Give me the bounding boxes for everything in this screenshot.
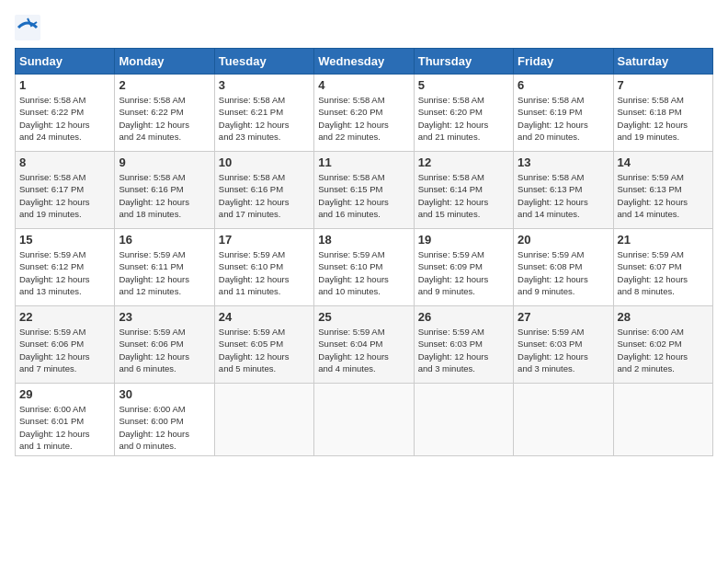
logo-icon xyxy=(15,15,40,40)
calendar-cell: 2Sunrise: 5:58 AMSunset: 6:22 PMDaylight… xyxy=(115,75,214,152)
cell-content: Sunrise: 5:59 AMSunset: 6:07 PMDaylight:… xyxy=(618,248,709,297)
cell-content: Sunrise: 5:58 AMSunset: 6:16 PMDaylight:… xyxy=(119,171,210,220)
calendar-cell: 5Sunrise: 5:58 AMSunset: 6:20 PMDaylight… xyxy=(414,75,513,152)
day-number: 11 xyxy=(318,155,409,169)
calendar-cell xyxy=(514,384,613,456)
cell-content: Sunrise: 5:58 AMSunset: 6:19 PMDaylight:… xyxy=(518,94,609,143)
cell-content: Sunrise: 5:59 AMSunset: 6:12 PMDaylight:… xyxy=(19,248,110,297)
calendar-cell: 24Sunrise: 5:59 AMSunset: 6:05 PMDayligh… xyxy=(214,306,313,384)
cell-content: Sunrise: 5:58 AMSunset: 6:13 PMDaylight:… xyxy=(518,171,609,220)
cell-content: Sunrise: 5:59 AMSunset: 6:05 PMDaylight:… xyxy=(219,326,310,374)
calendar-cell: 3Sunrise: 5:58 AMSunset: 6:21 PMDaylight… xyxy=(214,75,313,152)
day-number: 14 xyxy=(618,155,709,169)
calendar-cell: 22Sunrise: 5:59 AMSunset: 6:06 PMDayligh… xyxy=(16,306,115,384)
calendar-cell: 28Sunrise: 6:00 AMSunset: 6:02 PMDayligh… xyxy=(613,306,712,384)
weekday-header: Wednesday xyxy=(314,49,414,75)
cell-content: Sunrise: 5:59 AMSunset: 6:09 PMDaylight:… xyxy=(418,248,509,297)
day-number: 17 xyxy=(219,233,310,247)
day-number: 15 xyxy=(19,233,110,247)
cell-content: Sunrise: 5:59 AMSunset: 6:11 PMDaylight:… xyxy=(119,248,210,297)
day-number: 18 xyxy=(318,233,409,247)
calendar-cell: 16Sunrise: 5:59 AMSunset: 6:11 PMDayligh… xyxy=(115,229,214,306)
day-number: 26 xyxy=(418,310,509,324)
day-number: 4 xyxy=(318,78,409,92)
calendar-cell: 25Sunrise: 5:59 AMSunset: 6:04 PMDayligh… xyxy=(314,306,414,384)
cell-content: Sunrise: 5:58 AMSunset: 6:22 PMDaylight:… xyxy=(19,94,110,143)
calendar-cell: 19Sunrise: 5:59 AMSunset: 6:09 PMDayligh… xyxy=(414,229,513,306)
cell-content: Sunrise: 5:58 AMSunset: 6:20 PMDaylight:… xyxy=(418,94,509,143)
cell-content: Sunrise: 5:59 AMSunset: 6:08 PMDaylight:… xyxy=(518,248,609,297)
cell-content: Sunrise: 5:59 AMSunset: 6:10 PMDaylight:… xyxy=(219,248,310,297)
day-number: 19 xyxy=(418,233,509,247)
day-number: 21 xyxy=(618,233,709,247)
calendar-cell: 8Sunrise: 5:58 AMSunset: 6:17 PMDaylight… xyxy=(16,152,115,229)
cell-content: Sunrise: 5:58 AMSunset: 6:16 PMDaylight:… xyxy=(219,171,310,220)
day-number: 28 xyxy=(618,310,709,324)
day-number: 6 xyxy=(518,78,609,92)
calendar-cell: 10Sunrise: 5:58 AMSunset: 6:16 PMDayligh… xyxy=(214,152,313,229)
weekday-header: Monday xyxy=(115,49,214,75)
day-number: 5 xyxy=(418,78,509,92)
day-number: 1 xyxy=(19,78,110,92)
day-number: 2 xyxy=(119,78,210,92)
day-number: 9 xyxy=(119,155,210,169)
cell-content: Sunrise: 5:58 AMSunset: 6:15 PMDaylight:… xyxy=(318,171,409,220)
day-number: 3 xyxy=(219,78,310,92)
calendar-cell: 17Sunrise: 5:59 AMSunset: 6:10 PMDayligh… xyxy=(214,229,313,306)
header xyxy=(15,15,713,40)
calendar-cell: 26Sunrise: 5:59 AMSunset: 6:03 PMDayligh… xyxy=(414,306,513,384)
weekday-header: Sunday xyxy=(16,49,115,75)
cell-content: Sunrise: 5:58 AMSunset: 6:22 PMDaylight:… xyxy=(119,94,210,143)
calendar-cell: 1Sunrise: 5:58 AMSunset: 6:22 PMDaylight… xyxy=(16,75,115,152)
calendar-cell: 13Sunrise: 5:58 AMSunset: 6:13 PMDayligh… xyxy=(514,152,613,229)
calendar-cell: 15Sunrise: 5:59 AMSunset: 6:12 PMDayligh… xyxy=(16,229,115,306)
calendar-cell: 9Sunrise: 5:58 AMSunset: 6:16 PMDaylight… xyxy=(115,152,214,229)
day-number: 30 xyxy=(119,387,210,401)
cell-content: Sunrise: 6:00 AMSunset: 6:02 PMDaylight:… xyxy=(618,326,709,374)
calendar-cell: 14Sunrise: 5:59 AMSunset: 6:13 PMDayligh… xyxy=(613,152,712,229)
cell-content: Sunrise: 5:59 AMSunset: 6:10 PMDaylight:… xyxy=(318,248,409,297)
calendar-cell: 4Sunrise: 5:58 AMSunset: 6:20 PMDaylight… xyxy=(314,75,414,152)
logo xyxy=(15,15,44,40)
calendar-cell: 21Sunrise: 5:59 AMSunset: 6:07 PMDayligh… xyxy=(613,229,712,306)
day-number: 10 xyxy=(219,155,310,169)
cell-content: Sunrise: 5:59 AMSunset: 6:03 PMDaylight:… xyxy=(518,326,609,374)
cell-content: Sunrise: 5:58 AMSunset: 6:17 PMDaylight:… xyxy=(19,171,110,220)
day-number: 8 xyxy=(19,155,110,169)
cell-content: Sunrise: 6:00 AMSunset: 6:00 PMDaylight:… xyxy=(119,403,210,452)
day-number: 25 xyxy=(318,310,409,324)
calendar-cell xyxy=(214,384,313,456)
calendar-cell: 29Sunrise: 6:00 AMSunset: 6:01 PMDayligh… xyxy=(16,384,115,456)
cell-content: Sunrise: 5:59 AMSunset: 6:13 PMDaylight:… xyxy=(618,171,709,220)
cell-content: Sunrise: 5:58 AMSunset: 6:18 PMDaylight:… xyxy=(618,94,709,143)
calendar-cell xyxy=(414,384,513,456)
cell-content: Sunrise: 5:59 AMSunset: 6:06 PMDaylight:… xyxy=(119,326,210,374)
calendar-cell: 12Sunrise: 5:58 AMSunset: 6:14 PMDayligh… xyxy=(414,152,513,229)
cell-content: Sunrise: 5:58 AMSunset: 6:20 PMDaylight:… xyxy=(318,94,409,143)
weekday-header: Friday xyxy=(514,49,613,75)
day-number: 24 xyxy=(219,310,310,324)
weekday-header: Saturday xyxy=(613,49,712,75)
cell-content: Sunrise: 5:59 AMSunset: 6:03 PMDaylight:… xyxy=(418,326,509,374)
day-number: 22 xyxy=(19,310,110,324)
cell-content: Sunrise: 5:58 AMSunset: 6:21 PMDaylight:… xyxy=(219,94,310,143)
calendar-cell: 20Sunrise: 5:59 AMSunset: 6:08 PMDayligh… xyxy=(514,229,613,306)
cell-content: Sunrise: 5:59 AMSunset: 6:06 PMDaylight:… xyxy=(19,326,110,374)
calendar-table: SundayMondayTuesdayWednesdayThursdayFrid… xyxy=(15,48,713,456)
day-number: 12 xyxy=(418,155,509,169)
cell-content: Sunrise: 5:58 AMSunset: 6:14 PMDaylight:… xyxy=(418,171,509,220)
calendar-cell: 6Sunrise: 5:58 AMSunset: 6:19 PMDaylight… xyxy=(514,75,613,152)
day-number: 23 xyxy=(119,310,210,324)
weekday-header: Thursday xyxy=(414,49,513,75)
day-number: 20 xyxy=(518,233,609,247)
day-number: 7 xyxy=(618,78,709,92)
calendar-cell: 23Sunrise: 5:59 AMSunset: 6:06 PMDayligh… xyxy=(115,306,214,384)
calendar-cell: 7Sunrise: 5:58 AMSunset: 6:18 PMDaylight… xyxy=(613,75,712,152)
calendar-cell: 27Sunrise: 5:59 AMSunset: 6:03 PMDayligh… xyxy=(514,306,613,384)
calendar-cell: 30Sunrise: 6:00 AMSunset: 6:00 PMDayligh… xyxy=(115,384,214,456)
calendar-cell xyxy=(613,384,712,456)
calendar-cell: 18Sunrise: 5:59 AMSunset: 6:10 PMDayligh… xyxy=(314,229,414,306)
weekday-header: Tuesday xyxy=(214,49,313,75)
day-number: 27 xyxy=(518,310,609,324)
day-number: 13 xyxy=(518,155,609,169)
